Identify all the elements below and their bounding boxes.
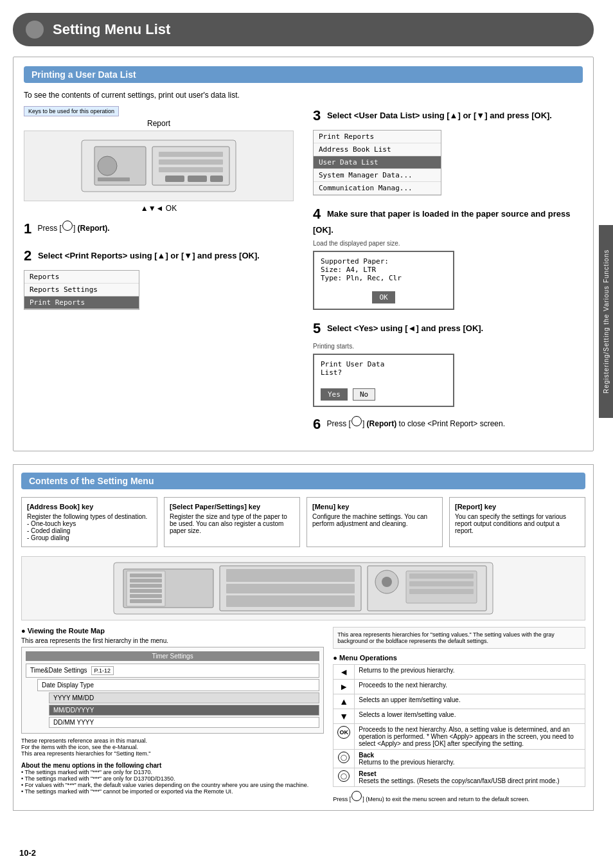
chart-note-3: • The settings marked with "***" cannot … [21, 788, 324, 795]
hierarchy-text: This area represents hierarchies for "Se… [21, 750, 324, 757]
route-map-right: This area represents hierarchies for "se… [333, 627, 585, 802]
ops-icon-forward-tri: ► [339, 682, 348, 692]
step5-num: 5 [313, 320, 321, 336]
step5-text: Select <Yes> using [◄] and press [OK]. [327, 323, 483, 333]
svg-rect-3 [159, 152, 223, 157]
reference-text: These represents reference areas in this… [21, 737, 324, 744]
paper-ok-btn[interactable]: OK [372, 291, 395, 303]
step2-num: 2 [24, 248, 31, 264]
ops-row-down: ▼ Selects a lower item/setting value. [333, 709, 585, 723]
step5-block: 5 Select <Yes> using [◄] and press [OK].… [313, 319, 583, 407]
section-setting-menu: Contents of the Setting Menu [Address Bo… [13, 464, 594, 811]
svg-rect-19 [130, 599, 162, 603]
report-circle2-icon [351, 416, 362, 426]
svg-rect-8 [165, 176, 184, 182]
svg-rect-30 [409, 589, 474, 594]
ops-desc-6: ResetResets the settings. (Resets the co… [355, 768, 585, 786]
step4-num: 4 [313, 206, 321, 222]
step3-num: 3 [313, 107, 321, 123]
date-display-type-label: Date Display Type [42, 682, 94, 689]
svg-rect-7 [98, 177, 130, 181]
svg-rect-21 [226, 569, 355, 582]
menu-reports: Reports [24, 271, 139, 284]
step3-block: 3 Select <User Data List> using [▲] or [… [313, 106, 583, 195]
page-ref: P.1-12 [91, 666, 114, 675]
ops-desc-5: BackReturns to the previous hierarchy. [355, 749, 585, 768]
key-title-2: [Menu] key [312, 503, 437, 511]
icon-text: For the items with the icon, see the e-M… [21, 744, 324, 750]
svg-point-26 [382, 577, 392, 587]
option2-row: MM/DD/YYYY [49, 705, 319, 716]
key-cell-menu: [Menu] key Configure the machine setting… [306, 497, 443, 547]
ops-row-up: ▲ Selects an upper item/setting value. [333, 694, 585, 709]
step1-block: 1 Press [] (Report). [24, 221, 294, 237]
menu3-print-reports: Print Reports [314, 131, 441, 143]
ops-table: ◄ Returns to the previous hierarchy. ► P… [333, 664, 585, 787]
key-title-1: [Select Paper/Settings] key [170, 503, 294, 511]
paper-line2: Size: A4, LTR [321, 266, 447, 274]
yes-button[interactable]: Yes [321, 388, 348, 401]
step3-menu: Print Reports Address Book List User Dat… [313, 130, 441, 195]
timer-settings-title: Timer Settings [26, 651, 319, 661]
chart-notes: About the menu options in the following … [21, 762, 324, 795]
page-title: Setting Menu List [53, 21, 170, 38]
svg-rect-5 [159, 167, 223, 172]
key-desc-0: Register the following types of destinat… [27, 513, 152, 541]
svg-rect-29 [409, 581, 474, 586]
svg-point-6 [98, 156, 117, 176]
svg-rect-23 [226, 595, 355, 607]
section2-header: Contents of the Setting Menu [21, 473, 585, 489]
footer-text: Press [] (Menu) to exit the menu screen … [333, 791, 585, 802]
ops-row-reset: ◯ ResetResets the settings. (Resets the … [333, 768, 585, 786]
printer-image [24, 131, 294, 201]
time-date-settings-label: Time&Date Settings [30, 667, 87, 674]
paper-info: Load the displayed paper size. [313, 240, 583, 247]
section1-header: Printing a User Data List [24, 66, 583, 83]
paper-dialog: Supported Paper: Size: A4, LTR Type: Pln… [313, 251, 454, 310]
ops-icon-down-tri: ▼ [339, 711, 348, 721]
ops-desc-1: Proceeds to the next hierarchy. [355, 679, 585, 694]
svg-rect-9 [188, 176, 207, 182]
ops-icon-reset-btn: ◯ [338, 770, 350, 782]
no-button[interactable]: No [353, 388, 375, 401]
svg-rect-4 [159, 159, 223, 165]
key-cell-select-paper: [Select Paper/Settings] key Register the… [164, 497, 300, 547]
ops-row-forward: ► Proceeds to the next hierarchy. [333, 679, 585, 694]
step6-num: 6 [313, 416, 321, 432]
step3-text: Select <User Data List> using [▲] or [▼]… [327, 111, 552, 120]
step2-text: Select <Print Reports> using [▲] or [▼] … [38, 251, 260, 260]
viewing-route-map-label: ● Viewing the Route Map [21, 627, 324, 635]
page-title-bar: Setting Menu List [13, 13, 594, 46]
section1-intro: To see the contents of current settings,… [24, 91, 583, 100]
menu-operations-label: ● Menu Operations [333, 654, 585, 662]
side-tab: Registering/Setting the Various Function… [599, 225, 613, 418]
title-icon [26, 21, 44, 39]
step1-num: 1 [24, 221, 31, 237]
ops-icon-up-tri: ▲ [339, 696, 348, 707]
key-desc-3: You can specify the settings for various… [455, 513, 580, 534]
ops-row-ok: OK Proceeds to the next hierarchy. Also,… [333, 723, 585, 749]
ops-bullet-icon: ● [333, 654, 337, 662]
paper-line3: Type: Pln, Rec, Clr [321, 274, 447, 282]
paper-line1: Supported Paper: [321, 257, 447, 266]
route-box: Timer Settings Time&Date Settings P.1-12… [21, 647, 324, 734]
page-number: 10-2 [19, 848, 36, 858]
menu-circle-icon [351, 791, 362, 801]
printer-svg [75, 134, 242, 198]
chart-notes-title: About the menu options in the following … [21, 762, 324, 769]
printing-starts: Printing starts. [313, 343, 583, 350]
menu-reports-settings: Reports Settings [24, 284, 139, 296]
svg-rect-28 [409, 574, 474, 579]
chart-note-2: • For values with "***" mark, the defaul… [21, 782, 324, 788]
confirm-dialog: Print User Data List? Yes No [313, 354, 454, 407]
step2-menu: Reports Reports Settings Print Reports [24, 270, 139, 310]
keys-label-box: Keys to be used for this operation [24, 106, 294, 119]
svg-rect-10 [210, 176, 223, 182]
ops-row-back-btn: ◯ BackReturns to the previous hierarchy. [333, 749, 585, 768]
key-cell-address-book: [Address Book] key Register the followin… [21, 497, 157, 547]
step1-text: Press [] (Report). [38, 224, 110, 233]
key-desc-2: Configure the machine settings. You can … [312, 513, 437, 527]
menu-print-reports: Print Reports [24, 296, 139, 309]
chart-note-1: • The settings marked with "***" are onl… [21, 775, 324, 782]
key-title-0: [Address Book] key [27, 503, 152, 511]
